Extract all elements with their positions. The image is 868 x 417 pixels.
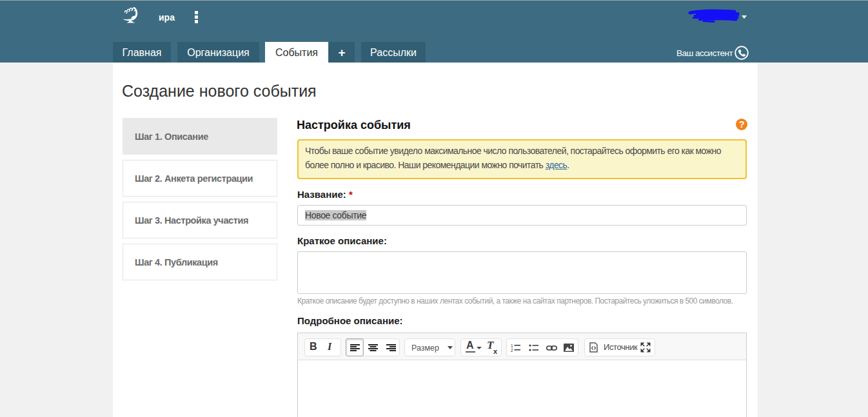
- svg-text:2: 2: [511, 348, 513, 353]
- svg-text:?: ?: [739, 119, 745, 130]
